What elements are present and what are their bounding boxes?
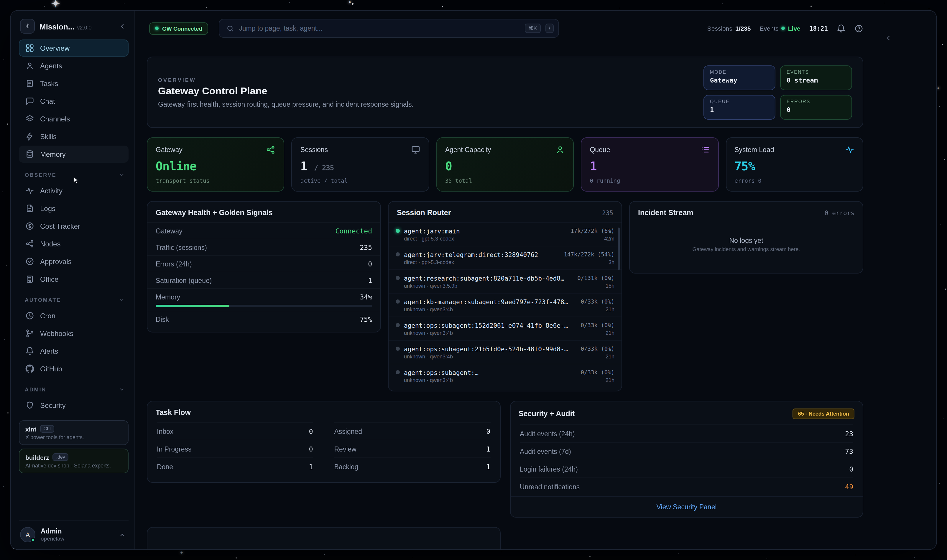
page-eyebrow: OVERVIEW [158, 77, 414, 83]
right-panel-collapse-button[interactable] [881, 31, 895, 45]
session-name: agent:jarv:main [404, 227, 570, 234]
kpi-value: 1 [300, 159, 307, 173]
sidebar-item-github[interactable]: GitHub [19, 360, 129, 377]
sidebar-item-nodes[interactable]: Nodes [19, 235, 129, 252]
session-row[interactable]: agent:research:subagent:820a711e-db5b-4e… [389, 269, 622, 293]
sidebar-item-logs[interactable]: Logs [19, 200, 129, 217]
sidebar-item-security[interactable]: Security [19, 397, 129, 414]
kpi-sub: 0 running [590, 177, 710, 184]
sidebar-item-activity[interactable]: Activity [19, 182, 129, 199]
avatar-initial: A [26, 531, 30, 538]
error-count: 0 errors [825, 209, 855, 216]
dollar-circle-icon [25, 222, 34, 231]
brand-header[interactable]: ✳ Mission... v2.0.0 [19, 18, 129, 40]
topbar-status-cluster: Sessions 1/235 Events Live 18:21 [707, 24, 863, 33]
session-row[interactable]: agent:kb-manager:subagent:9aed797e-723f-… [389, 293, 622, 317]
sidebar-promos: xint CLI X power tools for agents. build… [19, 420, 129, 473]
chevron-down-icon [119, 297, 125, 303]
kpi-value: Online [156, 159, 276, 173]
session-row[interactable]: agent:ops:subagent:152d2061-e074-41fb-8e… [389, 317, 622, 340]
gateway-status-pill[interactable]: GW Connected [149, 22, 208, 34]
card-title: Session Router [397, 209, 451, 217]
bell-icon [25, 347, 34, 355]
sidebar: ✳ Mission... v2.0.0 Overview Agents [11, 11, 135, 549]
sidebar-item-approvals[interactable]: Approvals [19, 253, 129, 270]
kpi-gateway[interactable]: Gateway Online transport status [147, 137, 285, 192]
kpi-queue[interactable]: Queue 1 0 running [581, 137, 719, 192]
kpi-sessions[interactable]: Sessions 1 / 235 active / total [292, 137, 429, 192]
session-usage: 0/33k (0%) [581, 369, 614, 375]
session-status-dot [396, 252, 400, 257]
health-row-memory: Memory 34% [148, 288, 380, 305]
task-flow-row: Review 1 [334, 440, 491, 457]
nav-label: Agents [40, 62, 62, 70]
gateway-health-card: Gateway Health + Golden Signals Gateway … [147, 201, 381, 332]
security-row: Unread notifications 49 [520, 477, 853, 495]
sidebar-item-webhooks[interactable]: Webhooks [19, 325, 129, 342]
chat-bubble-icon [25, 97, 34, 106]
live-dot [782, 26, 785, 30]
kpi-value: 1 [590, 159, 710, 173]
kbd-cmd-k: ⌘K [525, 23, 540, 33]
nav-label: Memory [40, 150, 66, 158]
session-age: 21h [581, 330, 614, 336]
global-search[interactable]: ⌘K / [219, 19, 559, 38]
zap-icon [25, 132, 34, 141]
view-security-panel-link[interactable]: View Security Panel [510, 496, 863, 517]
session-row[interactable]: agent:jarv:telegram:direct:328940762 147… [389, 246, 622, 269]
session-status-dot [396, 229, 400, 233]
nav-label: Activity [40, 186, 63, 195]
sidebar-item-office[interactable]: Office [19, 271, 129, 288]
sidebar-item-skills[interactable]: Skills [19, 128, 129, 145]
empty-title: No logs yet [729, 237, 763, 244]
health-row: Disk 75% [148, 311, 380, 327]
sidebar-item-alerts[interactable]: Alerts [19, 343, 129, 360]
promo-card-xint[interactable]: xint CLI X power tools for agents. [19, 420, 129, 445]
sidebar-item-chat[interactable]: Chat [19, 92, 129, 110]
health-row: Traffic (sessions) 235 [148, 239, 380, 255]
sidebar-item-tasks[interactable]: Tasks [19, 75, 129, 92]
session-model: unknown · qwen3:4b [404, 330, 581, 336]
activity-icon [25, 186, 34, 195]
nav-label: Tasks [40, 79, 58, 88]
online-status-dot [31, 538, 35, 542]
sidebar-item-cost-tracker[interactable]: Cost Tracker [19, 217, 129, 235]
session-status-dot [396, 276, 400, 280]
security-audit-card: Security + Audit 65 - Needs Attention Au… [510, 401, 863, 518]
sidebar-item-overview[interactable]: Overview [19, 40, 129, 57]
section-admin[interactable]: ADMIN [25, 386, 125, 392]
user-name: Admin [41, 527, 64, 535]
clock-icon [25, 311, 34, 320]
section-automate[interactable]: AUTOMATE [25, 297, 125, 303]
kpi-system-load[interactable]: System Load 75% errors 0 [725, 137, 863, 192]
nav-label: Approvals [40, 257, 72, 266]
nav-label: Nodes [40, 240, 60, 248]
sidebar-item-cron[interactable]: Cron [19, 307, 129, 324]
app-logo-icon: ✳ [20, 19, 35, 34]
user-menu[interactable]: A Admin openclaw [19, 520, 129, 549]
sidebar-collapse-icon[interactable] [119, 22, 126, 30]
sidebar-item-memory[interactable]: Memory [19, 146, 129, 163]
help-icon[interactable] [855, 24, 863, 33]
kpi-agent-capacity[interactable]: Agent Capacity 0 35 total [436, 137, 574, 192]
session-row[interactable]: agent:ops:subagent:21b5fd0e-524b-48f0-99… [389, 340, 622, 364]
sidebar-item-agents[interactable]: Agents [19, 57, 129, 74]
session-usage: 0/33k (0%) [581, 298, 614, 305]
session-row[interactable]: agent:jarv:main 17k/272k (6%) direct · g… [389, 222, 622, 246]
promo-badge: .dev [53, 453, 69, 461]
kpi-row: Gateway Online transport status Sessions… [147, 137, 863, 192]
promo-name: builderz [25, 454, 49, 461]
promo-card-builderz[interactable]: builderz .dev AI-native dev shop · Solan… [19, 449, 129, 473]
needs-attention-badge: 65 - Needs Attention [793, 409, 855, 419]
scrollbar-thumb[interactable] [618, 228, 620, 270]
mouse-cursor [72, 176, 80, 185]
list-icon [700, 145, 710, 154]
clipboard-icon [25, 79, 34, 88]
search-input[interactable] [239, 25, 520, 32]
main-content: OVERVIEW Gateway Control Plane Gateway-f… [135, 46, 936, 549]
bell-icon[interactable] [837, 24, 845, 33]
session-row-partial[interactable]: agent:ops:subagent:… 0/33k (0%) unknown … [389, 364, 622, 387]
live-label: Live [788, 25, 801, 32]
nav-label: Cron [40, 312, 55, 320]
sidebar-item-channels[interactable]: Channels [19, 110, 129, 127]
